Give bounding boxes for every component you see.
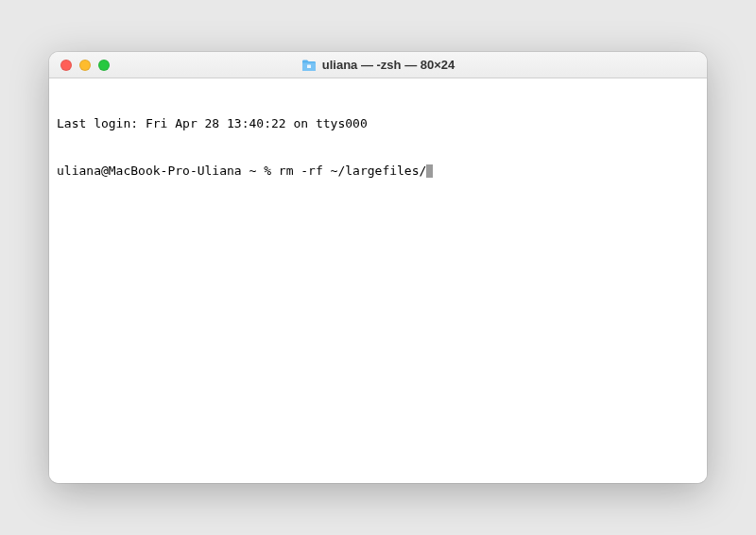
terminal-window: uliana — -zsh — 80×24 Last login: Fri Ap… (49, 52, 707, 483)
minimize-button[interactable] (79, 60, 91, 71)
maximize-button[interactable] (98, 60, 110, 71)
window-title-wrap: uliana — -zsh — 80×24 (301, 58, 455, 72)
window-title: uliana — -zsh — 80×24 (322, 58, 455, 72)
prompt-line: uliana@MacBook-Pro-Uliana ~ % rm -rf ~/l… (57, 164, 699, 180)
terminal-content[interactable]: Last login: Fri Apr 28 13:40:22 on ttys0… (49, 78, 707, 483)
last-login-line: Last login: Fri Apr 28 13:40:22 on ttys0… (57, 116, 699, 132)
folder-icon (301, 59, 317, 72)
window-titlebar[interactable]: uliana — -zsh — 80×24 (49, 52, 707, 78)
close-button[interactable] (60, 60, 72, 71)
svg-rect-0 (307, 64, 311, 68)
typed-command: rm -rf ~/largefiles/ (279, 164, 427, 178)
traffic-lights (49, 60, 110, 71)
shell-prompt: uliana@MacBook-Pro-Uliana ~ % (57, 164, 279, 178)
cursor (426, 164, 433, 178)
